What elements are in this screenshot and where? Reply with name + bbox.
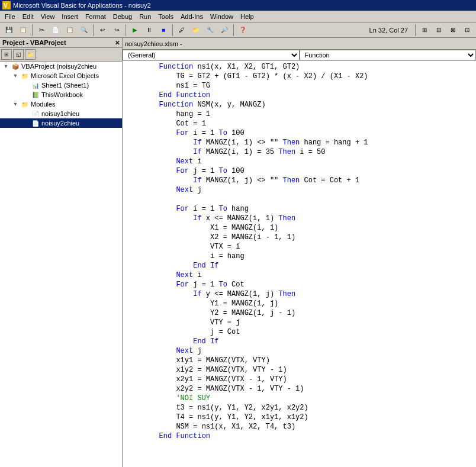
toolbar-save[interactable]: 💾 bbox=[2, 24, 15, 37]
icon-thisworkbook: 📗 bbox=[31, 91, 40, 99]
title-text: Microsoft Visual Basic for Applications … bbox=[13, 2, 151, 9]
toolbar-cut[interactable]: ✂ bbox=[35, 24, 48, 37]
menu-debug[interactable]: Debug bbox=[110, 12, 136, 21]
icon-excel-objects: 📁 bbox=[20, 72, 30, 80]
tree-vbaproject[interactable]: ▼ 📦 VBAProject (noisuy2chieu bbox=[0, 62, 122, 71]
tree-excel-objects[interactable]: ▼ 📁 Microsoft Excel Objects bbox=[0, 71, 122, 80]
toolbar-undo[interactable]: ↩ bbox=[96, 24, 109, 37]
code-line: i = hang bbox=[125, 252, 474, 261]
general-dropdown[interactable]: (General) bbox=[123, 50, 300, 60]
code-line: 'NOI SUY bbox=[125, 394, 474, 403]
tree-noisuy1chieu[interactable]: 📄 noisuy1chieu bbox=[0, 109, 122, 118]
toolbar-designer[interactable]: 🖊 bbox=[175, 24, 188, 37]
menu-addins[interactable]: Add-Ins bbox=[177, 12, 207, 21]
code-line: For j = 1 To 100 bbox=[125, 166, 474, 176]
label-thisworkbook: ThisWorkbook bbox=[41, 91, 83, 98]
label-vbaproject: VBAProject (noisuy2chieu bbox=[21, 63, 97, 70]
menu-file[interactable]: File bbox=[1, 12, 19, 21]
menu-insert[interactable]: Insert bbox=[58, 12, 82, 21]
toolbar-sep4 bbox=[172, 24, 173, 36]
panel-title: Project - VBAProject bbox=[2, 39, 66, 46]
toolbar-find[interactable]: 🔍 bbox=[78, 24, 91, 37]
code-line: x1y1 = MANGZ(VTX, VTY) bbox=[125, 356, 474, 365]
code-area[interactable]: Function ns1(x, X1, X2, GT1, GT2) TG = G… bbox=[123, 61, 476, 467]
toolbar-redo[interactable]: ↪ bbox=[110, 24, 123, 37]
toolbar-propwin[interactable]: 🔧 bbox=[204, 24, 217, 37]
toolbar-copy[interactable]: 📄 bbox=[49, 24, 62, 37]
menu-tools[interactable]: Tools bbox=[155, 12, 177, 21]
icon-sheet1: 📊 bbox=[31, 81, 40, 89]
tree-sheet1[interactable]: 📊 Sheet1 (Sheet1) bbox=[0, 80, 122, 90]
toolbar-extra3[interactable]: ⊠ bbox=[446, 24, 459, 37]
code-line: X2 = MANGZ(i - 1, 1) bbox=[125, 233, 474, 242]
label-excel-objects: Microsoft Excel Objects bbox=[31, 72, 99, 79]
app-icon: V bbox=[2, 1, 11, 9]
icon-vbaproject: 📦 bbox=[11, 62, 20, 70]
tree-thisworkbook[interactable]: 📗 ThisWorkbook bbox=[0, 90, 122, 99]
toolbar-extra2[interactable]: ⊟ bbox=[432, 24, 445, 37]
code-line: End If bbox=[125, 261, 474, 270]
code-line: VTY = j bbox=[125, 318, 474, 327]
menu-run[interactable]: Run bbox=[136, 12, 155, 21]
toolbar-projectexp[interactable]: 📁 bbox=[189, 24, 202, 37]
code-line: hang = 1 bbox=[125, 109, 474, 119]
label-noisuy2chieu: noisuy2chieu bbox=[41, 120, 79, 127]
label-noisuy1chieu: noisuy1chieu bbox=[41, 110, 79, 117]
toolbar-stop[interactable]: ■ bbox=[157, 24, 170, 37]
panel-close-btn[interactable]: ✕ bbox=[115, 40, 120, 46]
function-dropdown[interactable]: Function bbox=[300, 50, 477, 60]
code-line: If MANGZ(i, 1) = 35 Then i = 50 bbox=[125, 147, 474, 157]
toolbar-objbrowse[interactable]: 🔎 bbox=[218, 24, 231, 37]
view-object-btn[interactable]: ◱ bbox=[13, 49, 24, 60]
toolbar-run[interactable]: ▶ bbox=[128, 24, 141, 37]
menu-format[interactable]: Format bbox=[82, 12, 110, 21]
code-line: Y1 = MANGZ(1, j) bbox=[125, 299, 474, 308]
title-bar: V Microsoft Visual Basic for Application… bbox=[0, 0, 476, 11]
toolbar-pause[interactable]: ⏸ bbox=[143, 24, 156, 37]
toolbar-paste[interactable]: 📋 bbox=[63, 24, 76, 37]
code-line: Function NSM(x, y, MANGZ) bbox=[125, 100, 474, 109]
code-line: x2y2 = MANGZ(VTX - 1, VTY - 1) bbox=[125, 384, 474, 394]
tree-noisuy2chieu[interactable]: 📄 noisuy2chieu bbox=[0, 118, 122, 128]
toolbar-extra1[interactable]: ⊞ bbox=[418, 24, 431, 37]
code-line: NSM = ns1(x, X1, X2, T4, t3) bbox=[125, 422, 474, 431]
code-line: For i = 1 To 100 bbox=[125, 128, 474, 138]
code-line: VTX = i bbox=[125, 242, 474, 252]
project-explorer: Project - VBAProject ✕ ⊞ ◱ 📁 ▼ 📦 VBAProj… bbox=[0, 38, 123, 467]
main-container: Project - VBAProject ✕ ⊞ ◱ 📁 ▼ 📦 VBAProj… bbox=[0, 38, 476, 467]
code-line: Cot = 1 bbox=[125, 119, 474, 128]
code-line: End Function bbox=[125, 431, 474, 441]
code-line: For i = 1 To hang bbox=[125, 204, 474, 214]
toolbar-sep1 bbox=[32, 24, 33, 36]
menu-help[interactable]: Help bbox=[237, 12, 258, 21]
code-line: X1 = MANGZ(i, 1) bbox=[125, 223, 474, 233]
icon-modules: 📁 bbox=[20, 100, 30, 108]
code-line: j = Cot bbox=[125, 327, 474, 337]
toggle-folder-btn[interactable]: 📁 bbox=[25, 49, 36, 60]
toolbar-help[interactable]: ❓ bbox=[236, 24, 249, 37]
toolbar-btn2[interactable]: 📋 bbox=[17, 24, 30, 37]
toolbar-extra4[interactable]: ⊡ bbox=[461, 24, 474, 37]
label-modules: Modules bbox=[31, 101, 56, 108]
expander-sheet1 bbox=[21, 82, 31, 88]
code-line: End If bbox=[125, 337, 474, 346]
menu-edit[interactable]: Edit bbox=[19, 12, 37, 21]
menu-view[interactable]: View bbox=[37, 12, 59, 21]
expander-excel-objects: ▼ bbox=[11, 73, 20, 79]
panel-toolbar: ⊞ ◱ 📁 bbox=[0, 48, 122, 62]
expander-vbaproject: ▼ bbox=[1, 63, 11, 69]
project-tree: ▼ 📦 VBAProject (noisuy2chieu ▼ 📁 Microso… bbox=[0, 62, 122, 467]
view-code-btn[interactable]: ⊞ bbox=[1, 49, 12, 60]
menu-window[interactable]: Window bbox=[207, 12, 237, 21]
tree-modules[interactable]: ▼ 📁 Modules bbox=[0, 99, 122, 109]
code-line: If x <= MANGZ(i, 1) Then bbox=[125, 214, 474, 223]
code-line: TG = GT2 + (GT1 - GT2) * (x - X2) / (X1 … bbox=[125, 72, 474, 81]
panel-header: Project - VBAProject ✕ bbox=[0, 38, 122, 48]
menu-bar: File Edit View Insert Format Debug Run T… bbox=[0, 11, 476, 22]
toolbar-sep3 bbox=[126, 24, 126, 36]
code-line bbox=[125, 441, 474, 450]
code-line: t3 = ns1(y, Y1, Y2, x2y1, x2y2) bbox=[125, 403, 474, 413]
code-line: x1y2 = MANGZ(VTX, VTY - 1) bbox=[125, 365, 474, 375]
code-line: Next i bbox=[125, 270, 474, 280]
expander-noisuy1chieu bbox=[21, 111, 31, 117]
